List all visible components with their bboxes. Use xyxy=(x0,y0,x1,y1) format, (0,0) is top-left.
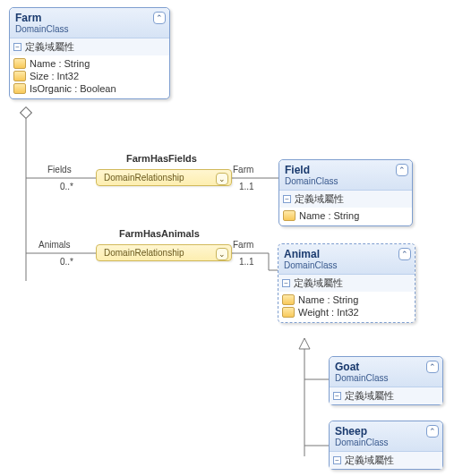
rel-title-animals: FarmHasAnimals xyxy=(119,228,200,239)
mult-label: 0..* xyxy=(60,257,73,267)
expand-icon[interactable]: ⌄ xyxy=(216,248,228,260)
rel-stereotype: DomainRelationship xyxy=(104,248,213,258)
class-goat[interactable]: Goat DomainClass ⌃ −定義域屬性 xyxy=(329,356,443,405)
attribute[interactable]: Name : String xyxy=(282,293,411,306)
class-name: Sheep xyxy=(335,425,437,438)
property-icon xyxy=(13,83,26,94)
class-stereotype: DomainClass xyxy=(15,24,164,34)
svg-marker-10 xyxy=(299,338,310,349)
attribute[interactable]: Name : String xyxy=(13,57,166,70)
class-stereotype: DomainClass xyxy=(284,260,409,270)
role-label: Animals xyxy=(39,240,71,250)
collapse-icon[interactable]: ⌃ xyxy=(426,425,439,438)
attribute[interactable]: Size : Int32 xyxy=(13,70,166,82)
attrs-header[interactable]: −定義域屬性 xyxy=(279,191,412,208)
role-label: Farm xyxy=(233,165,253,174)
expand-icon[interactable]: ⌄ xyxy=(216,173,228,185)
property-icon xyxy=(13,71,26,81)
class-stereotype: DomainClass xyxy=(335,373,437,383)
mult-label: 1..1 xyxy=(239,182,254,191)
class-name: Animal xyxy=(284,248,409,260)
rel-title-fields: FarmHasFields xyxy=(126,153,197,164)
role-label: Farm xyxy=(233,240,253,250)
attrs-header[interactable]: −定義域屬性 xyxy=(330,452,442,469)
property-icon xyxy=(13,58,26,69)
rel-stereotype: DomainRelationship xyxy=(104,173,213,183)
mult-label: 1..1 xyxy=(239,257,254,267)
composition-diamond xyxy=(20,106,32,119)
class-name: Goat xyxy=(335,361,437,373)
attribute[interactable]: IsOrganic : Boolean xyxy=(13,82,166,95)
class-stereotype: DomainClass xyxy=(335,438,437,447)
attribute[interactable]: Name : String xyxy=(283,209,408,222)
rel-farmhasanimals[interactable]: DomainRelationship ⌄ xyxy=(96,244,232,261)
property-icon xyxy=(282,307,295,318)
attrs-header[interactable]: −定義域屬性 xyxy=(330,387,442,404)
class-name: Farm xyxy=(15,12,164,24)
class-name: Field xyxy=(285,164,407,176)
class-farm[interactable]: Farm DomainClass ⌃ −定義域屬性 Name : String … xyxy=(9,7,170,99)
attrs-header[interactable]: −定義域屬性 xyxy=(10,38,169,55)
class-animal[interactable]: Animal DomainClass ⌃ −定義域屬性 Name : Strin… xyxy=(278,243,415,323)
property-icon xyxy=(282,294,295,305)
role-label: Fields xyxy=(47,165,72,174)
mult-label: 0..* xyxy=(60,182,73,191)
collapse-icon[interactable]: ⌃ xyxy=(398,248,411,260)
class-sheep[interactable]: Sheep DomainClass ⌃ −定義域屬性 xyxy=(329,421,443,470)
class-field[interactable]: Field DomainClass ⌃ −定義域屬性 Name : String xyxy=(278,159,413,226)
class-stereotype: DomainClass xyxy=(285,176,407,186)
rel-farmhasfields[interactable]: DomainRelationship ⌄ xyxy=(96,169,232,186)
collapse-icon[interactable]: ⌃ xyxy=(396,164,408,176)
collapse-icon[interactable]: ⌃ xyxy=(153,12,166,24)
attrs-header[interactable]: −定義域屬性 xyxy=(278,275,415,292)
attribute[interactable]: Weight : Int32 xyxy=(282,306,411,319)
collapse-icon[interactable]: ⌃ xyxy=(426,361,439,373)
property-icon xyxy=(283,210,296,221)
